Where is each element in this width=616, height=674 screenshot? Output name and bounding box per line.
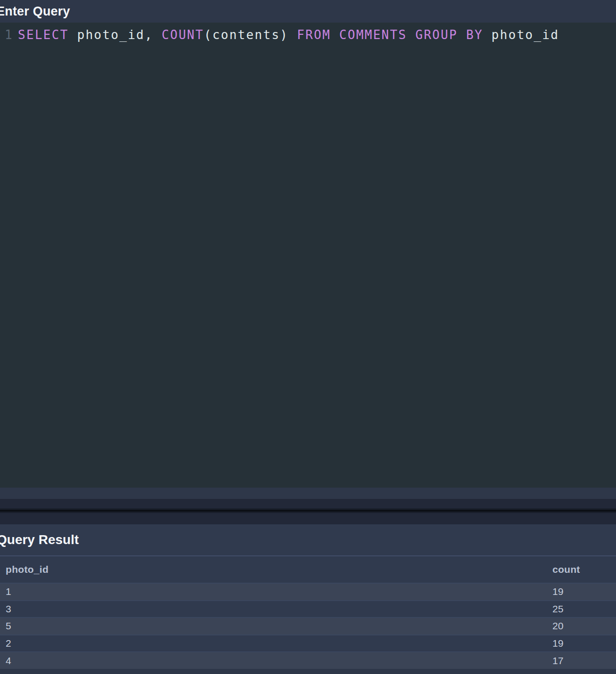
sql-token-plain (458, 28, 466, 42)
cell-count: 20 (552, 620, 616, 632)
sql-token-plain (331, 28, 339, 42)
sql-token-keyword: BY (466, 28, 483, 42)
editor-footer-strip (0, 488, 616, 499)
line-number: 1 (5, 25, 12, 44)
column-header-photo-id: photo_id (6, 564, 552, 575)
result-table-header: photo_id count (0, 556, 616, 583)
cell-count: 19 (552, 586, 616, 597)
sql-token-keyword: FROM (297, 28, 331, 42)
query-result-panel: Query Result photo_id count 119325520219… (0, 524, 616, 674)
sql-token-plain: photo_id (483, 28, 559, 42)
sql-token-plain: photo_id, (69, 28, 162, 42)
result-table-footer (0, 669, 616, 674)
cell-count: 17 (552, 655, 616, 666)
panel-resize-splitter[interactable] (0, 499, 616, 524)
result-table-row: 325 (0, 600, 616, 618)
cell-photo-id: 5 (6, 620, 552, 632)
sql-token-plain: (contents) (204, 28, 297, 42)
sql-editor[interactable]: 1 SELECT photo_id, COUNT(contents) FROM … (0, 23, 616, 488)
cell-photo-id: 1 (6, 586, 552, 597)
splitter-gap-top (0, 499, 616, 508)
column-header-count: count (552, 564, 616, 575)
result-table-row: 417 (0, 651, 616, 669)
result-table-row: 119 (0, 583, 616, 600)
sql-token-keyword: GROUP (415, 28, 458, 42)
result-table-body: 119325520219417 (0, 583, 616, 669)
result-table-row: 520 (0, 617, 616, 634)
enter-query-titlebar: Enter Query (0, 0, 616, 23)
sql-code-line: SELECT photo_id, COUNT(contents) FROM CO… (18, 25, 616, 44)
result-table-row: 219 (0, 634, 616, 652)
cell-photo-id: 3 (6, 603, 552, 615)
cell-count: 25 (552, 603, 616, 615)
cell-photo-id: 4 (6, 655, 552, 666)
sql-code-line-container: 1 SELECT photo_id, COUNT(contents) FROM … (0, 25, 616, 44)
cell-count: 19 (552, 638, 616, 649)
enter-query-title: Enter Query (0, 4, 70, 19)
sql-token-keyword: SELECT (18, 28, 69, 42)
query-result-title: Query Result (0, 532, 79, 547)
cell-photo-id: 2 (6, 638, 552, 649)
sql-token-keyword: COMMENTS (339, 28, 407, 42)
sql-token-keyword: COUNT (162, 28, 204, 42)
sql-query-tool-window: Enter Query 1 SELECT photo_id, COUNT(con… (0, 0, 616, 674)
splitter-gap-bottom (0, 513, 616, 524)
query-result-titlebar: Query Result (0, 524, 616, 555)
sql-token-plain (407, 28, 415, 42)
